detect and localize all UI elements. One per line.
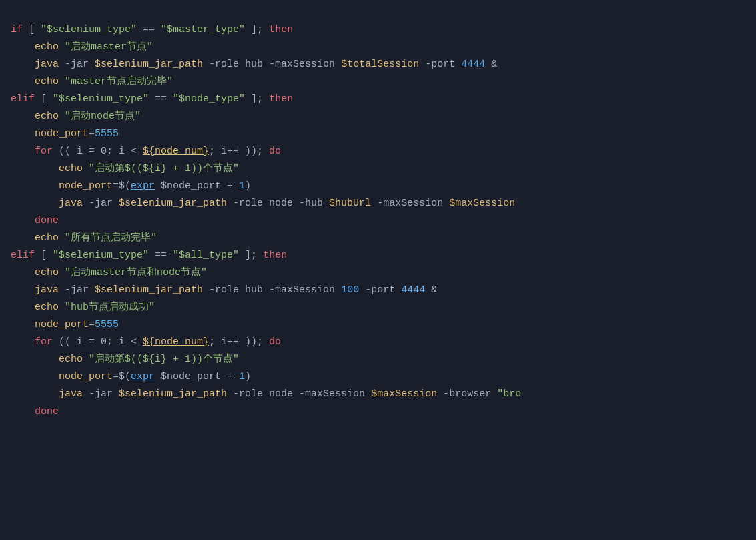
code-line: echo "启动master节点" bbox=[0, 39, 756, 56]
code-line: echo "master节点启动完毕" bbox=[0, 73, 756, 91]
code-editor: if [ "$selenium_type" == "$master_type" … bbox=[0, 0, 756, 426]
code-line: node_port=5555 bbox=[0, 125, 756, 143]
code-line: java -jar $selenium_jar_path -role hub -… bbox=[0, 282, 756, 299]
code-line: echo "启动node节点" bbox=[0, 108, 756, 125]
code-line: java -jar $selenium_jar_path -role hub -… bbox=[0, 56, 756, 73]
code-line: echo "启动第$((${i} + 1))个节点" bbox=[0, 160, 756, 178]
code-line: java -jar $selenium_jar_path -role node … bbox=[0, 386, 756, 403]
code-line: node_port=$(expr $node_port + 1) bbox=[0, 178, 756, 195]
code-line: done bbox=[0, 212, 756, 230]
code-line: echo "启动master节点和node节点" bbox=[0, 264, 756, 282]
code-line: echo "启动第$((${i} + 1))个节点" bbox=[0, 351, 756, 368]
code-line: elif [ "$selenium_type" == "$node_type" … bbox=[0, 91, 756, 108]
code-line: elif [ "$selenium_type" == "$all_type" ]… bbox=[0, 247, 756, 264]
code-line: for (( i = 0; i < ${node_num}; i++ )); d… bbox=[0, 334, 756, 351]
code-line: node_port=$(expr $node_port + 1) bbox=[0, 368, 756, 386]
code-line: if [ "$selenium_type" == "$master_type" … bbox=[0, 21, 756, 39]
code-line: for (( i = 0; i < ${node_num}; i++ )); d… bbox=[0, 143, 756, 160]
code-line: done bbox=[0, 403, 756, 421]
code-line: java -jar $selenium_jar_path -role node … bbox=[0, 195, 756, 212]
code-line: node_port=5555 bbox=[0, 316, 756, 334]
code-line: echo "hub节点启动成功" bbox=[0, 299, 756, 316]
code-line: echo "所有节点启动完毕" bbox=[0, 230, 756, 247]
